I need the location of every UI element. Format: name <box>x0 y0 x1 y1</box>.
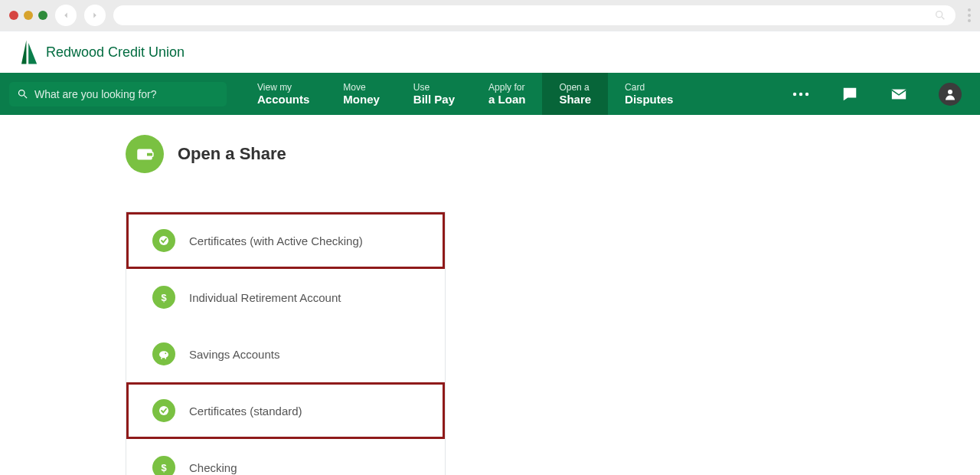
svg-rect-16 <box>165 358 167 359</box>
svg-rect-15 <box>161 358 162 359</box>
nav-item-line1: Apply for <box>488 82 525 93</box>
share-type-list: Certificates (with Active Checking) $ In… <box>126 211 446 475</box>
chevron-left-icon <box>60 10 71 21</box>
site-header: Redwood Credit Union <box>0 31 980 73</box>
nav-item-bill-pay[interactable]: Use Bill Pay <box>397 73 472 115</box>
nav-item-card-disputes[interactable]: Card Disputes <box>608 73 690 115</box>
svg-point-2 <box>19 90 25 97</box>
browser-toolbar <box>0 0 980 31</box>
mail-icon <box>890 86 907 103</box>
dollar-icon: $ <box>152 456 175 475</box>
search-icon <box>17 88 28 100</box>
chevron-right-icon <box>90 10 100 21</box>
svg-line-3 <box>24 95 27 98</box>
ellipsis-icon <box>792 92 809 97</box>
browser-forward-button[interactable] <box>84 5 106 26</box>
profile-button[interactable] <box>939 83 962 106</box>
share-item-savings[interactable]: Savings Accounts <box>126 326 445 382</box>
chat-button[interactable] <box>841 85 859 103</box>
svg-point-6 <box>805 92 808 95</box>
page-title: Open a Share <box>178 144 286 164</box>
brand-logo-icon <box>21 40 38 64</box>
nav-item-line1: Use <box>413 82 455 93</box>
nav-item-line2: Bill Pay <box>413 93 455 106</box>
svg-text:$: $ <box>161 462 166 473</box>
messages-button[interactable] <box>890 85 908 103</box>
more-menu-button[interactable] <box>792 85 810 103</box>
share-item-certificates-standard[interactable]: Certificates (standard) <box>126 382 445 439</box>
badge-check-icon <box>152 229 175 252</box>
share-item-label: Checking <box>189 461 237 474</box>
wallet-icon <box>126 135 164 173</box>
share-item-certificates-active-checking[interactable]: Certificates (with Active Checking) <box>126 212 445 269</box>
nav-item-line1: Move <box>343 82 380 93</box>
nav-items: View my Accounts Move Money Use Bill Pay… <box>240 73 690 115</box>
share-item-label: Savings Accounts <box>189 348 279 361</box>
nav-item-line1: Open a <box>559 82 591 93</box>
nav-item-line1: View my <box>257 82 309 93</box>
svg-point-14 <box>165 352 166 354</box>
svg-point-0 <box>936 11 942 18</box>
nav-item-line2: Money <box>343 93 380 106</box>
svg-point-7 <box>948 90 952 94</box>
nav-item-view-accounts[interactable]: View my Accounts <box>240 73 326 115</box>
close-window-button[interactable] <box>9 11 18 20</box>
browser-menu-button[interactable] <box>968 8 971 22</box>
page-header: Open a Share <box>126 135 980 173</box>
badge-check-icon <box>152 399 175 422</box>
search-icon <box>934 9 946 21</box>
svg-line-1 <box>942 17 944 19</box>
minimize-window-button[interactable] <box>24 11 33 20</box>
nav-item-line2: Accounts <box>257 93 309 106</box>
nav-item-line2: Share <box>559 93 591 106</box>
share-item-label: Certificates (with Active Checking) <box>189 234 363 247</box>
browser-back-button[interactable] <box>55 5 77 26</box>
svg-point-4 <box>793 92 796 95</box>
person-icon <box>943 87 957 101</box>
svg-text:$: $ <box>161 292 166 303</box>
maximize-window-button[interactable] <box>38 11 47 20</box>
svg-point-13 <box>159 351 168 358</box>
share-item-checking[interactable]: $ Checking <box>126 439 445 475</box>
browser-url-bar[interactable] <box>113 5 956 25</box>
svg-point-5 <box>799 92 802 95</box>
nav-item-apply-loan[interactable]: Apply for a Loan <box>472 73 542 115</box>
nav-item-open-share[interactable]: Open a Share <box>542 73 608 115</box>
nav-item-line1: Card <box>625 82 673 93</box>
page-content: Open a Share Certificates (with Active C… <box>0 115 980 475</box>
nav-item-move-money[interactable]: Move Money <box>326 73 397 115</box>
primary-nav: View my Accounts Move Money Use Bill Pay… <box>0 73 980 115</box>
traffic-lights <box>9 11 47 20</box>
nav-item-line2: Disputes <box>625 93 673 106</box>
nav-item-line2: a Loan <box>488 93 525 106</box>
piggy-bank-icon <box>152 342 175 365</box>
dollar-icon: $ <box>152 286 175 309</box>
chat-icon <box>841 86 858 103</box>
share-item-ira[interactable]: $ Individual Retirement Account <box>126 269 445 326</box>
search-input[interactable] <box>34 88 219 100</box>
site-search[interactable] <box>9 82 227 106</box>
share-item-label: Certificates (standard) <box>189 405 302 418</box>
nav-utilities <box>792 83 962 106</box>
share-item-label: Individual Retirement Account <box>189 291 341 304</box>
brand-name: Redwood Credit Union <box>46 44 185 61</box>
